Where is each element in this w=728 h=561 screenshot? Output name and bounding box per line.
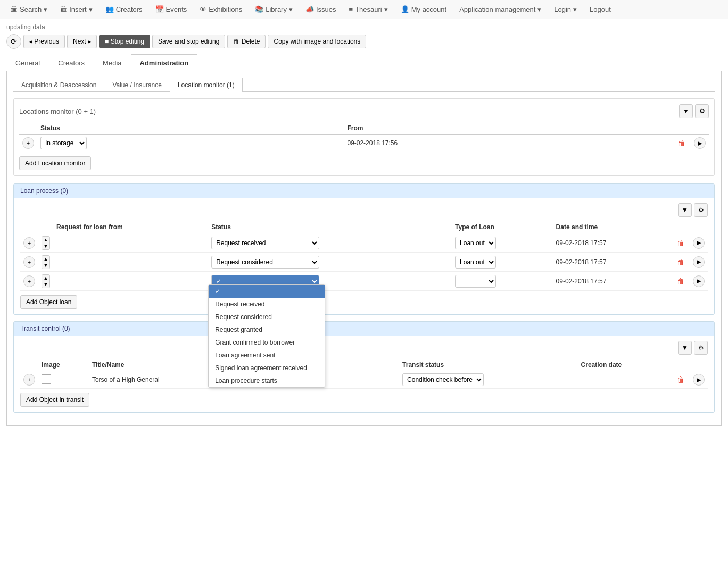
sub-tabs: Acquisition & Deaccession Value / Insura… (13, 78, 715, 92)
dropdown-option-request-considered[interactable]: Request considered (209, 311, 325, 323)
settings-button-location[interactable]: ⚙ (695, 104, 709, 118)
location-monitor-title: Locations monitor (0 + 1) (19, 107, 96, 115)
dropdown-option-request-granted[interactable]: Request granted (209, 323, 325, 336)
add-object-loan-button[interactable]: Add Object loan (20, 295, 77, 309)
col-creation-date: Creation date (578, 359, 674, 371)
subtab-acquisition[interactable]: Acquisition & Deaccession (13, 78, 104, 92)
sort-down-3[interactable]: ▼ (42, 281, 49, 288)
copy-button[interactable]: Copy with image and locations (268, 35, 366, 48)
col-loan-status: Status (208, 221, 452, 233)
tab-media[interactable]: Media (94, 54, 130, 71)
insert-dropdown-icon: ▾ (89, 5, 93, 13)
nav-issues[interactable]: 📣 Issues (300, 1, 342, 18)
settings-button-transit[interactable]: ⚙ (694, 341, 708, 355)
nav-my-account[interactable]: 👤 My account (395, 1, 452, 18)
add-location-row-btn[interactable]: + (22, 137, 34, 149)
nav-creators[interactable]: 👥 Creators (100, 1, 148, 18)
sort-controls-1: ▲ ▼ (42, 236, 50, 250)
transit-status-select[interactable]: Condition check before In transit Condit… (402, 373, 484, 386)
loan-type-select-1[interactable]: Loan out Loan in (455, 237, 496, 249)
nav-app-management[interactable]: Application management ▾ (454, 1, 547, 18)
sort-controls-2: ▲ ▼ (42, 255, 50, 269)
nav-login[interactable]: Login ▾ (549, 1, 582, 18)
delete-loan-row-2-btn[interactable]: 🗑 (677, 258, 684, 266)
dropdown-option-grant-confirmed[interactable]: Grant confirmed to borrower (209, 336, 325, 349)
nav-exhibitions[interactable]: 👁 Exhibitions (194, 1, 247, 18)
sort-down-1[interactable]: ▼ (42, 243, 49, 249)
transit-row-1: + Torso of a High General By private com… (20, 371, 708, 389)
sort-controls-3: ▲ ▼ (42, 274, 50, 288)
delete-loan-row-1-btn[interactable]: 🗑 (677, 239, 684, 247)
loan-date-2: 09-02-2018 17:57 (553, 253, 674, 272)
nav-thesauri[interactable]: ≡ Thesauri ▾ (344, 1, 393, 18)
loan-status-select-1[interactable]: Request received Request considered Requ… (211, 237, 319, 249)
tab-creators[interactable]: Creators (49, 54, 94, 71)
sort-up-1[interactable]: ▲ (42, 237, 49, 243)
sort-up-2[interactable]: ▲ (42, 256, 49, 262)
save-stop-button[interactable]: Save and stop editing (152, 35, 225, 48)
account-icon: 👤 (401, 5, 409, 13)
delete-loan-row-3-btn[interactable]: 🗑 (677, 277, 684, 286)
dropdown-option-signed-loan[interactable]: Signed loan agreement received (209, 362, 325, 374)
nav-logout[interactable]: Logout (584, 1, 616, 18)
filter-button-transit[interactable]: ▼ (678, 341, 692, 355)
location-status-select[interactable]: In storage On display On loan (40, 137, 87, 149)
transit-control-header[interactable]: Transit control (0) (14, 322, 714, 336)
loan-process-header[interactable]: Loan process (0) (14, 184, 714, 198)
dropdown-option-loan-agreement-sent[interactable]: Loan agreement sent (209, 349, 325, 362)
navigate-loan-1-btn[interactable]: ▶ (693, 237, 705, 249)
nav-library[interactable]: 📚 Library ▾ (250, 1, 298, 18)
loan-request-from-1 (53, 233, 208, 253)
loan-process-section: Loan process (0) ▼ ⚙ Request for loan fr… (13, 183, 715, 315)
filter-button-location[interactable]: ▼ (679, 104, 693, 118)
navigate-transit-btn[interactable]: ▶ (693, 374, 705, 386)
insert-icon: 🏛 (60, 5, 67, 13)
nav-insert[interactable]: 🏛 Insert ▾ (55, 1, 98, 18)
loan-process-body: ▼ ⚙ Request for loan from Status Type of… (14, 198, 714, 314)
delete-button[interactable]: 🗑 Delete (227, 35, 266, 48)
delete-transit-row-btn[interactable]: 🗑 (677, 375, 684, 384)
filter-button-loan[interactable]: ▼ (678, 203, 692, 217)
nav-events[interactable]: 📅 Events (150, 1, 193, 18)
transit-image-checkbox[interactable] (42, 374, 51, 384)
nav-search[interactable]: 🏛 Search ▾ (5, 1, 53, 18)
loan-request-from-2 (53, 253, 208, 272)
navigate-loan-2-btn[interactable]: ▶ (693, 256, 705, 268)
tab-general[interactable]: General (6, 54, 49, 71)
dropdown-option-loan-procedure[interactable]: Loan procedure starts (209, 374, 325, 387)
dropdown-option-checkmark[interactable]: ✓ (209, 285, 325, 298)
loan-type-select-3[interactable]: Loan out Loan in (455, 275, 496, 288)
add-loan-row-3-btn[interactable]: + (23, 275, 35, 287)
stop-editing-button[interactable]: ■ Stop editing (99, 35, 150, 48)
add-transit-row-btn[interactable]: + (23, 374, 35, 386)
settings-button-loan[interactable]: ⚙ (694, 203, 708, 217)
sort-down-2[interactable]: ▼ (42, 262, 49, 269)
refresh-button[interactable]: ⟳ (6, 34, 21, 49)
previous-button[interactable]: ◂ Previous (23, 35, 65, 48)
transit-control-section: Transit control (0) ▼ ⚙ Image Title/Name… (13, 321, 715, 413)
issues-icon: 📣 (305, 5, 314, 13)
toolbar: ⟳ ◂ Previous Next ▸ ■ Stop editing Save … (6, 34, 722, 49)
login-dropdown-icon: ▾ (573, 5, 577, 13)
col-image: Image (38, 359, 89, 371)
delete-location-row-btn[interactable]: 🗑 (678, 139, 685, 147)
location-row-1: + In storage On display On loan 09-02-20… (19, 135, 709, 152)
dropdown-option-request-received[interactable]: Request received (209, 298, 325, 311)
add-loan-row-2-btn[interactable]: + (23, 256, 35, 268)
add-loan-row-1-btn[interactable]: + (23, 237, 35, 249)
location-from-value: 09-02-2018 17:56 (344, 135, 675, 152)
loan-type-select-2[interactable]: Loan out Loan in (455, 256, 496, 269)
status-dropdown-overlay: ✓ Request received Request considered Re… (208, 284, 325, 388)
next-button[interactable]: Next ▸ (67, 35, 97, 48)
add-object-transit-button[interactable]: Add Object in transit (20, 393, 89, 407)
add-location-monitor-button[interactable]: Add Location monitor (19, 156, 91, 170)
sort-up-3[interactable]: ▲ (42, 275, 49, 281)
navigate-loan-3-btn[interactable]: ▶ (693, 275, 705, 287)
subtab-value[interactable]: Value / Insurance (104, 78, 170, 92)
thesauri-dropdown-icon: ▾ (384, 5, 388, 13)
tab-administration[interactable]: Administration (131, 54, 198, 71)
loan-status-select-2[interactable]: Request received Request considered Requ… (211, 256, 319, 269)
location-monitor-header: Locations monitor (0 + 1) ▼ ⚙ (19, 104, 709, 118)
subtab-location-monitor[interactable]: Location monitor (1) (170, 78, 243, 92)
navigate-location-btn[interactable]: ▶ (694, 137, 706, 149)
